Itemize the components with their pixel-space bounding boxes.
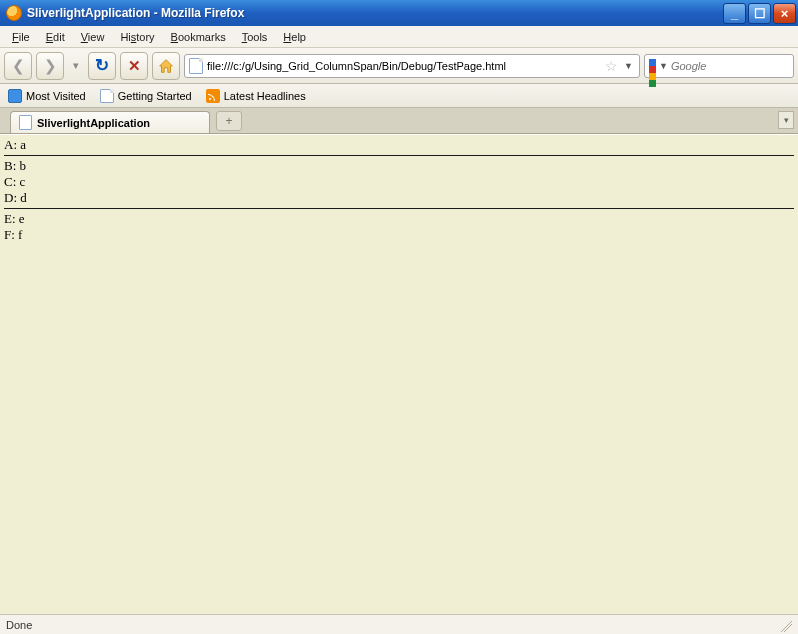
bookmark-star-icon[interactable]: ☆: [605, 58, 618, 74]
menu-bookmarks[interactable]: Bookmarks: [163, 29, 234, 45]
minimize-button[interactable]: _: [723, 3, 746, 24]
getting-started-icon: [100, 89, 114, 103]
content-row: F: f: [4, 227, 794, 243]
new-tab-button[interactable]: +: [216, 111, 242, 131]
tab-title: SliverlightApplication: [37, 117, 150, 129]
content-row: B: b: [4, 158, 794, 174]
menu-help[interactable]: Help: [275, 29, 314, 45]
bookmark-getting-started[interactable]: Getting Started: [96, 87, 196, 105]
separator: [4, 208, 794, 209]
menu-tools[interactable]: Tools: [234, 29, 276, 45]
page-content: A: a B: b C: c D: d E: e F: f: [0, 134, 798, 614]
bookmarks-toolbar: Most Visited Getting Started Latest Head…: [0, 84, 798, 108]
tab-page-icon: [19, 115, 32, 130]
menu-edit[interactable]: Edit: [38, 29, 73, 45]
google-icon: [649, 59, 656, 73]
maximize-button[interactable]: ☐: [748, 3, 771, 24]
firefox-icon: [6, 5, 22, 21]
bookmark-label: Most Visited: [26, 90, 86, 102]
content-row: C: c: [4, 174, 794, 190]
menu-history[interactable]: History: [112, 29, 162, 45]
navigation-toolbar: ❮ ❯ ▾ ↻ ✕ ☆ ▼ ▼ 🔍: [0, 48, 798, 84]
menu-bar: File Edit View History Bookmarks Tools H…: [0, 26, 798, 48]
content-row: A: a: [4, 137, 794, 153]
bookmark-label: Latest Headlines: [224, 90, 306, 102]
tabs-dropdown[interactable]: ▾: [778, 111, 794, 129]
resize-grip-icon[interactable]: [778, 618, 792, 632]
search-engine-dropdown[interactable]: ▼: [659, 61, 668, 71]
window-title: SliverlightApplication - Mozilla Firefox: [27, 6, 723, 20]
separator: [4, 155, 794, 156]
history-dropdown[interactable]: ▾: [68, 52, 84, 80]
forward-button[interactable]: ❯: [36, 52, 64, 80]
search-input[interactable]: [671, 60, 798, 72]
bookmark-latest-headlines[interactable]: Latest Headlines: [202, 87, 310, 105]
back-button[interactable]: ❮: [4, 52, 32, 80]
most-visited-icon: [8, 89, 22, 103]
rss-icon: [206, 89, 220, 103]
close-button[interactable]: ×: [773, 3, 796, 24]
url-input[interactable]: [207, 60, 601, 72]
url-bar[interactable]: ☆ ▼: [184, 54, 640, 78]
search-box[interactable]: ▼ 🔍: [644, 54, 794, 78]
home-icon: [157, 57, 175, 75]
stop-button[interactable]: ✕: [120, 52, 148, 80]
menu-file[interactable]: File: [4, 29, 38, 45]
url-dropdown-icon[interactable]: ▼: [622, 61, 635, 71]
status-text: Done: [6, 619, 32, 631]
reload-button[interactable]: ↻: [88, 52, 116, 80]
page-icon: [189, 58, 203, 74]
tab-bar: SliverlightApplication + ▾: [0, 108, 798, 134]
bookmark-label: Getting Started: [118, 90, 192, 102]
content-row: E: e: [4, 211, 794, 227]
tab-active[interactable]: SliverlightApplication: [10, 111, 210, 133]
home-button[interactable]: [152, 52, 180, 80]
menu-view[interactable]: View: [73, 29, 113, 45]
bookmark-most-visited[interactable]: Most Visited: [4, 87, 90, 105]
status-bar: Done: [0, 614, 798, 634]
content-row: D: d: [4, 190, 794, 206]
window-titlebar: SliverlightApplication - Mozilla Firefox…: [0, 0, 798, 26]
